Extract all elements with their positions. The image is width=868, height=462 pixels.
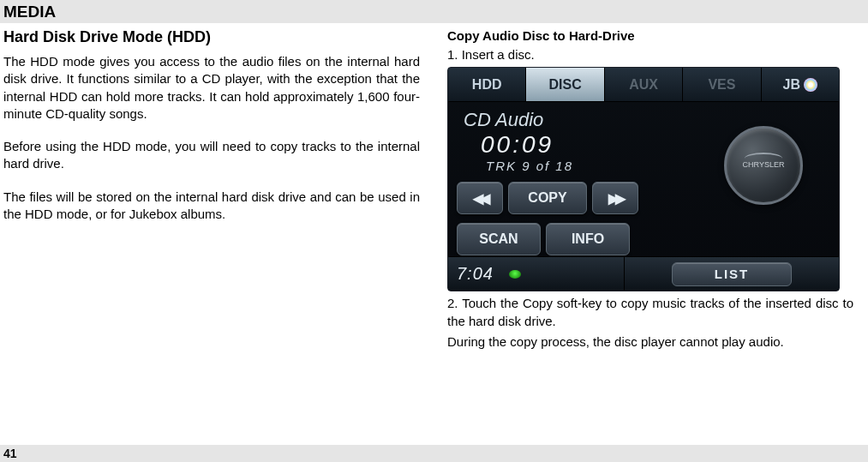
bottom-bar: 7:04 LIST — [448, 256, 839, 291]
paragraph-2: Before using the HDD mode, you will need… — [3, 138, 420, 173]
section-header: MEDIA — [3, 3, 865, 21]
list-button[interactable]: LIST — [672, 262, 792, 286]
tab-hdd[interactable]: HDD — [448, 68, 526, 101]
track-indicator: TRK 9 of 18 — [486, 159, 679, 173]
tab-jb[interactable]: JB — [762, 68, 839, 101]
nav-unit-screenshot: HDD DISC AUX VES JB CD Audio 00:09 TRK 9… — [447, 67, 840, 291]
tab-disc[interactable]: DISC — [526, 68, 604, 101]
page-number: 41 — [0, 445, 868, 462]
button-row-2: SCAN INFO — [457, 223, 679, 255]
clock-area: 7:04 — [448, 257, 625, 291]
paragraph-1: The HDD mode gives you access to the aud… — [3, 53, 420, 123]
status-indicator-icon — [509, 270, 521, 279]
next-button[interactable] — [592, 182, 638, 214]
step-2: 2. Touch the Copy soft-key to copy music… — [447, 295, 853, 330]
copy-note: During the copy process, the disc player… — [447, 333, 853, 351]
prev-button[interactable] — [457, 182, 503, 214]
copy-button[interactable]: COPY — [508, 182, 587, 214]
playback-time: 00:09 — [481, 131, 679, 159]
bottom-center: LIST — [625, 257, 839, 291]
tab-bar: HDD DISC AUX VES JB — [448, 68, 839, 102]
chrysler-badge-icon: CHRYSLER — [724, 126, 803, 205]
left-column: Hard Disk Drive Mode (HDD) The HDD mode … — [0, 23, 437, 351]
clock-time: 7:04 — [457, 264, 494, 284]
main-display: CD Audio 00:09 TRK 9 of 18 COPY SCAN INF… — [448, 102, 839, 258]
right-display-panel: CHRYSLER — [688, 102, 839, 258]
cd-audio-label: CD Audio — [464, 109, 679, 131]
content: Hard Disk Drive Mode (HDD) The HDD mode … — [0, 23, 868, 351]
left-display-panel: CD Audio 00:09 TRK 9 of 18 COPY SCAN INF… — [448, 102, 688, 258]
copy-audio-heading: Copy Audio Disc to Hard-Drive — [447, 28, 853, 43]
disc-icon — [804, 78, 817, 92]
tab-jb-label: JB — [783, 77, 800, 93]
step-1: 1. Insert a disc. — [447, 46, 853, 63]
right-column: Copy Audio Disc to Hard-Drive 1. Insert … — [437, 23, 857, 351]
hdd-mode-heading: Hard Disk Drive Mode (HDD) — [3, 28, 420, 46]
scan-button[interactable]: SCAN — [457, 223, 541, 255]
header-bar: MEDIA — [0, 0, 868, 23]
tab-ves[interactable]: VES — [683, 68, 761, 101]
info-button[interactable]: INFO — [546, 223, 630, 255]
wings-icon — [745, 153, 782, 165]
tab-aux[interactable]: AUX — [605, 68, 683, 101]
button-row-1: COPY — [457, 182, 679, 214]
paragraph-3: The files will be stored on the internal… — [3, 189, 420, 224]
